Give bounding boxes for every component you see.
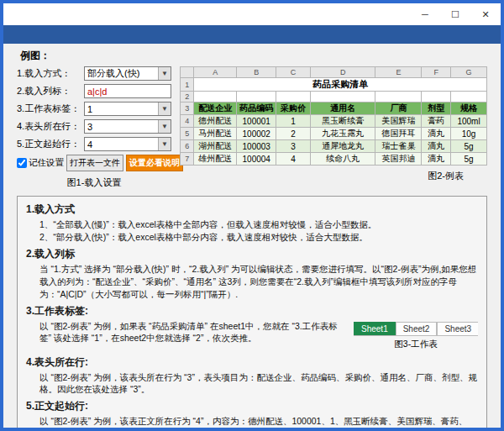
load-columns-input[interactable]: [87, 87, 171, 97]
must-read-settings-button[interactable]: 设置必看说明: [126, 155, 183, 171]
column-header-row: A B C D E F G: [181, 67, 487, 78]
data-cell: 100002: [237, 128, 276, 140]
data-cell: 滴丸: [422, 128, 451, 140]
section-body: 以 “图2-例表” 为例，该表正文所在行为 “4”，内容为：德州配送、10000…: [26, 415, 478, 431]
settings-actions: 记住设置 打开表一文件 设置必看说明: [17, 155, 171, 171]
sheet-tab-label: 3.工作表标签：: [17, 102, 84, 115]
remember-settings-checkbox[interactable]: [17, 158, 27, 168]
data-cell: 100001: [237, 115, 276, 128]
header-cell: 剂型: [422, 102, 451, 115]
sheet-data-row: 4 德州配送 100001 1 黑玉断续膏 美国辉瑞 膏药 100ml: [181, 115, 487, 128]
header-cell: 配送企业: [194, 102, 237, 115]
figure1-caption: 图1-载入设置: [17, 176, 171, 189]
data-cell: 德国拜耳: [375, 128, 422, 140]
header-cell: 规格: [451, 102, 487, 115]
data-cell: 3: [276, 140, 311, 153]
load-columns-field: 2.载入列标：: [17, 84, 171, 98]
blank-cell: [310, 92, 375, 102]
section-header-row: 4.表头所在行: 以 “图2-例表” 为例，该表头所在行为 “3”，表头项目为：…: [26, 355, 478, 397]
sheet-data-row: 7 雄州配送 100004 4 续命八丸 英国邦迪 滴丸 5g: [181, 153, 487, 166]
data-cell: 黑玉断续膏: [310, 115, 375, 128]
section-sheet-tab: 3.工作表标签: Sheet1 Sheet2 Sheet3 图3-工作表 以 “…: [26, 301, 478, 352]
data-cell: 雄州配送: [194, 153, 237, 166]
maximize-icon: ☐: [451, 9, 459, 20]
header-row-select[interactable]: 3 ▼: [84, 119, 171, 134]
chevron-down-icon: ▼: [158, 102, 171, 115]
data-cell: 滴丸: [422, 153, 451, 166]
sheet-tabs-figure: Sheet1 Sheet2 Sheet3 图3-工作表: [354, 322, 478, 350]
header-cell: 通用名: [310, 102, 375, 115]
header-band: [3, 25, 501, 44]
data-cell: 5g: [451, 153, 487, 166]
load-mode-value: 部分载入(快): [87, 67, 139, 80]
section-body: 以 “图2-例表” 为例，该表头所在行为 “3”，表头项目为：配送企业、药品编码…: [26, 371, 478, 397]
blank-cell: [194, 92, 237, 102]
header-row-value: 3: [87, 122, 92, 132]
body-start-row-value: 4: [87, 139, 92, 150]
load-columns-label: 2.载入列标：: [17, 85, 84, 97]
header-cell: 采购价: [276, 102, 311, 115]
chevron-down-icon: ▼: [158, 67, 171, 80]
blank-cell: [422, 92, 451, 102]
data-cell: 100003: [237, 140, 276, 153]
section-heading: 4.表头所在行:: [26, 355, 478, 370]
body-start-row-label: 5.正文起始行：: [17, 138, 84, 150]
row-number: 7: [181, 153, 194, 166]
col-letter: F: [422, 67, 451, 78]
chevron-down-icon: ▼: [158, 120, 171, 133]
example-spreadsheet-area: A B C D E F G 1 药品采购清单 2: [180, 66, 487, 189]
sheet2-tab: Sheet2: [396, 322, 438, 335]
data-cell: 瑞士雀巢: [375, 140, 422, 153]
sheet3-tab: Sheet3: [437, 322, 478, 335]
sheet-tab-value: 1: [87, 104, 92, 114]
section-heading: 3.工作表标签:: [26, 304, 478, 318]
remember-settings-checkbox-group: 记住设置: [17, 157, 64, 169]
col-letter: D: [310, 67, 375, 78]
sheet-title-row: 1 药品采购清单: [181, 78, 487, 92]
open-file-button[interactable]: 打开表一文件: [66, 155, 123, 171]
load-mode-select[interactable]: 部分载入(快) ▼: [84, 66, 171, 81]
close-button[interactable]: ✕: [470, 3, 501, 25]
body-start-row-select[interactable]: 4 ▼: [84, 137, 171, 151]
minimize-button[interactable]: ─: [410, 3, 440, 25]
header-cell: 药品编码: [237, 102, 276, 115]
sheet-title-cell: 药品采购清单: [194, 78, 487, 92]
section-heading: 2.载入列标: [26, 247, 478, 261]
data-cell: 4: [276, 153, 311, 166]
figure3-caption: 图3-工作表: [354, 339, 478, 350]
figure2-caption: 图2-例表: [180, 170, 487, 182]
sheet-tab-select[interactable]: 1 ▼: [84, 102, 171, 116]
data-cell: 5g: [451, 140, 487, 153]
load-columns-input-wrap: [84, 84, 171, 98]
col-letter: C: [276, 67, 311, 78]
section-heading: 1.载入方式: [26, 202, 478, 217]
section-body: 当 “1.方式” 选择为 “部分载入(快)” 时，“2.载入列” 为可以编辑状态…: [26, 263, 478, 301]
col-letter: A: [194, 67, 237, 78]
example-spreadsheet: A B C D E F G 1 药品采购清单 2: [180, 66, 487, 166]
section-body-line: 1、“全部载入(慢)”：载入excel表格中全部内容，但载入速度相对较慢，适合小…: [26, 218, 478, 231]
row-number: 3: [181, 102, 194, 115]
header-row-field: 4.表头所在行： 3 ▼: [17, 119, 171, 134]
minimize-icon: ─: [422, 9, 428, 19]
data-cell: 膏药: [422, 115, 451, 128]
load-settings-panel: 1.载入方式： 部分载入(快) ▼ 2.载入列标： 3.工作表标签： 1: [17, 66, 171, 189]
data-cell: 1: [276, 115, 311, 128]
data-cell: 2: [276, 128, 311, 140]
corner-cell: [181, 67, 194, 78]
maximize-button[interactable]: ☐: [440, 3, 470, 25]
close-icon: ✕: [481, 9, 489, 20]
chevron-down-icon: ▼: [158, 138, 171, 150]
data-cell: 10g: [451, 128, 487, 140]
data-cell: 德州配送: [194, 115, 237, 128]
sheet-tab-field: 3.工作表标签： 1 ▼: [17, 102, 171, 116]
content: 例图： 1.载入方式： 部分载入(快) ▼ 2.载入列标：: [3, 44, 501, 431]
row-number: 4: [181, 115, 194, 128]
col-letter: G: [451, 67, 487, 78]
load-mode-label: 1.载入方式：: [17, 67, 84, 80]
sheet-data-row: 6 湖州配送 100003 3 通犀地龙丸 瑞士雀巢 滴丸 5g: [181, 140, 487, 153]
row-number: 1: [181, 78, 194, 92]
titlebar: ─ ☐ ✕: [3, 3, 501, 25]
data-cell: 100004: [237, 153, 276, 166]
col-letter: E: [375, 67, 422, 78]
data-cell: 100ml: [451, 115, 487, 128]
